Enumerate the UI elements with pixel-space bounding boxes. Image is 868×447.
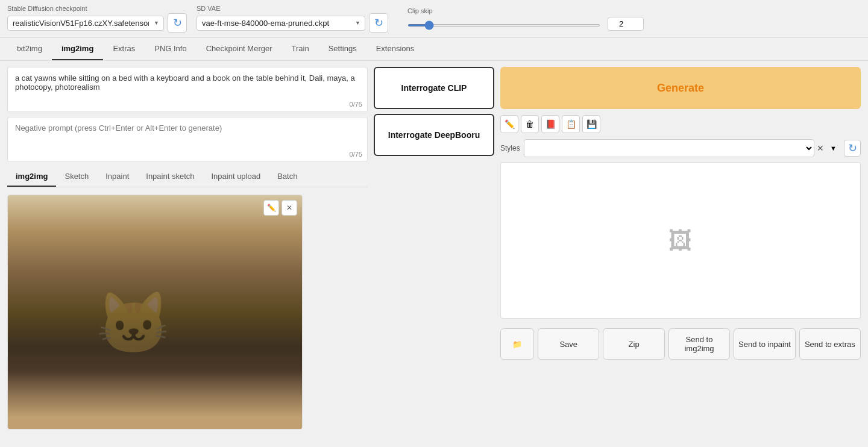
top-bar: Stable Diffusion checkpoint realisticVis… — [0, 0, 868, 38]
pencil-icon: ✏️ — [505, 119, 515, 129]
clip-skip-label: Clip skip — [407, 7, 644, 14]
clip-skip-section: Clip skip — [407, 7, 644, 31]
image-area: 🐱 ✏️ ✕ — [7, 195, 368, 430]
vae-select-container: vae-ft-mse-840000-ema-pruned.ckpt — [197, 16, 365, 31]
styles-select[interactable] — [524, 139, 814, 157]
sub-tabs: img2img Sketch Inpaint Inpaint sketch In… — [7, 167, 368, 187]
left-panel: a cat yawns while sitting on a bed with … — [7, 67, 368, 430]
styles-row: Styles ✕ ▼ ↻ — [500, 139, 861, 157]
interrogate-deepbooru-btn[interactable]: Interrogate DeepBooru — [374, 114, 494, 156]
edit-toolbar-btn[interactable]: ✏️ — [500, 115, 518, 133]
image-edit-btn[interactable]: ✏️ — [263, 200, 279, 216]
nav-tabs: txt2img img2img Extras PNG Info Checkpoi… — [0, 38, 868, 61]
zip-btn[interactable]: Zip — [603, 328, 664, 360]
styles-refresh-btn[interactable]: ↻ — [844, 140, 861, 157]
negative-prompt-wrapper: 0/75 — [7, 117, 368, 162]
vae-refresh-icon: ↻ — [374, 16, 383, 30]
checkpoint-select[interactable]: realisticVisionV51Fp16.czXY.safetensors … — [7, 16, 164, 31]
vae-refresh-btn[interactable]: ↻ — [369, 13, 388, 33]
trash-icon: 🗑 — [526, 119, 534, 129]
cat-image: 🐱 — [8, 195, 302, 429]
image-edit-overlay: ✏️ ✕ — [263, 200, 297, 216]
tab-png-info[interactable]: PNG Info — [145, 38, 196, 60]
vae-label: SD VAE — [197, 5, 388, 12]
save-toolbar-btn[interactable]: 💾 — [582, 115, 600, 133]
positive-token-count: 0/75 — [350, 101, 362, 108]
image-upload-box[interactable]: 🐱 ✏️ ✕ — [7, 195, 303, 430]
checkpoint-wrapper: realisticVisionV51Fp16.czXY.safetensors … — [7, 13, 187, 33]
styles-dropdown-btn[interactable]: ▼ — [826, 143, 840, 153]
open-folder-btn[interactable]: 📁 — [500, 328, 534, 360]
send-to-extras-btn[interactable]: Send to extras — [799, 328, 861, 360]
send-to-inpaint-btn[interactable]: Send to inpaint — [734, 328, 795, 360]
send-to-img2img-btn[interactable]: Send to img2img — [668, 328, 730, 360]
generate-btn[interactable]: Generate — [500, 67, 861, 109]
checkpoint-section: Stable Diffusion checkpoint realisticVis… — [7, 5, 187, 33]
negative-prompt-input[interactable] — [8, 117, 367, 160]
clip-skip-row — [407, 17, 644, 31]
save-btn[interactable]: Save — [538, 328, 599, 360]
negative-token-count: 0/75 — [350, 151, 362, 158]
styles-refresh-icon: ↻ — [848, 142, 857, 155]
vae-wrapper: vae-ft-mse-840000-ema-pruned.ckpt ↻ — [197, 13, 388, 33]
tab-extras[interactable]: Extras — [103, 38, 145, 60]
subtab-img2img[interactable]: img2img — [7, 167, 56, 187]
tab-extensions[interactable]: Extensions — [366, 38, 424, 60]
checkpoint-select-container: realisticVisionV51Fp16.czXY.safetensors … — [7, 16, 164, 31]
book-toolbar-btn[interactable]: 📕 — [541, 115, 559, 133]
save-icon: 💾 — [587, 119, 597, 129]
refresh-icon: ↻ — [173, 16, 182, 30]
styles-label: Styles — [500, 144, 520, 152]
image-remove-btn[interactable]: ✕ — [281, 200, 297, 216]
styles-clear-btn[interactable]: ✕ — [814, 143, 826, 153]
positive-prompt-wrapper: a cat yawns while sitting on a bed with … — [7, 67, 368, 112]
tab-txt2img[interactable]: txt2img — [7, 38, 52, 60]
clip-skip-slider-container — [407, 19, 600, 28]
center-panel: Interrogate CLIP Interrogate DeepBooru — [374, 67, 494, 156]
output-image-area: 🖼 — [500, 162, 861, 319]
tab-checkpoint-merger[interactable]: Checkpoint Merger — [197, 38, 282, 60]
toolbar-icons: ✏️ 🗑 📕 📋 💾 — [500, 114, 861, 134]
image-right-space — [307, 195, 368, 430]
subtab-inpaint-sketch[interactable]: Inpaint sketch — [137, 167, 203, 187]
positive-prompt-input[interactable]: a cat yawns while sitting on a bed with … — [8, 67, 367, 110]
clip-skip-input[interactable] — [608, 17, 644, 31]
output-placeholder-icon: 🖼 — [668, 227, 693, 254]
subtab-inpaint-upload[interactable]: Inpaint upload — [203, 167, 269, 187]
clip-skip-slider[interactable] — [407, 24, 600, 27]
subtab-batch[interactable]: Batch — [269, 167, 306, 187]
paste-toolbar-btn[interactable]: 📋 — [562, 115, 580, 133]
clipboard-icon: 📋 — [566, 119, 576, 129]
checkpoint-label: Stable Diffusion checkpoint — [7, 5, 187, 12]
styles-select-wrapper: ✕ ▼ — [524, 139, 840, 157]
far-right-panel: Generate ✏️ 🗑 📕 📋 💾 Styles — [500, 67, 861, 360]
subtab-sketch[interactable]: Sketch — [56, 167, 97, 187]
tab-img2img[interactable]: img2img — [52, 38, 103, 60]
trash-toolbar-btn[interactable]: 🗑 — [521, 115, 539, 133]
interrogate-clip-btn[interactable]: Interrogate CLIP — [374, 67, 494, 109]
main-layout: a cat yawns while sitting on a bed with … — [0, 61, 868, 436]
book-icon: 📕 — [546, 119, 556, 129]
vae-select[interactable]: vae-ft-mse-840000-ema-pruned.ckpt — [197, 16, 365, 31]
subtab-inpaint[interactable]: Inpaint — [97, 167, 137, 187]
action-buttons-row: 📁 Save Zip Send to img2img Send to inpai… — [500, 328, 861, 360]
vae-section: SD VAE vae-ft-mse-840000-ema-pruned.ckpt… — [197, 5, 388, 33]
checkpoint-refresh-btn[interactable]: ↻ — [168, 13, 187, 33]
tab-settings[interactable]: Settings — [319, 38, 366, 60]
tab-train[interactable]: Train — [282, 38, 319, 60]
